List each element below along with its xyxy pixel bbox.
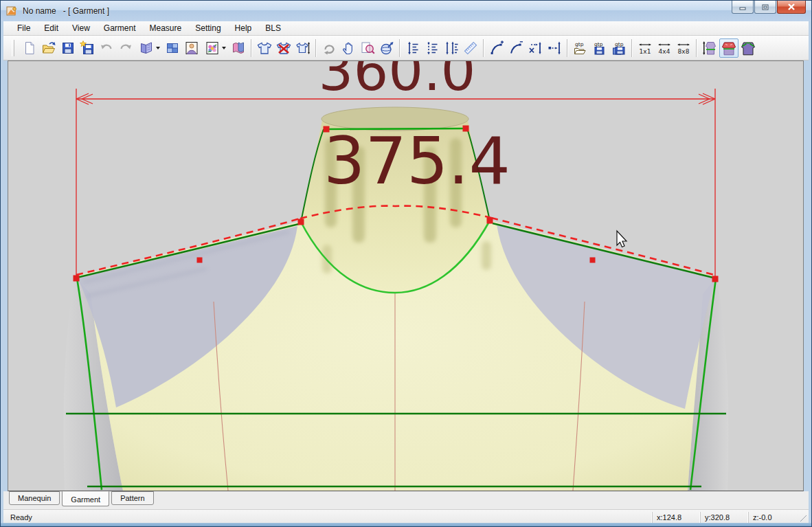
tab-pattern[interactable]: Pattern	[111, 491, 153, 505]
point-move-x-button[interactable]	[526, 38, 545, 58]
window-layout-button[interactable]	[163, 38, 182, 58]
mannequin-height-icon	[702, 41, 717, 56]
curve-add-point-icon	[489, 41, 504, 56]
rotate-icon	[322, 41, 337, 56]
svg-text:8x8: 8x8	[678, 47, 690, 54]
dimension-double-button[interactable]	[442, 38, 461, 58]
mannequin-garment-red-button[interactable]	[719, 38, 738, 58]
status-y-coordinate: y:320.8	[700, 512, 748, 523]
dropdown-arrow-icon[interactable]	[156, 47, 160, 49]
app-icon	[6, 5, 19, 16]
measurement-value-neck: 375.4	[324, 123, 510, 199]
grid-1x1-button[interactable]: 1x1	[635, 38, 655, 58]
menu-bls[interactable]: BLS	[258, 22, 288, 34]
menu-edit[interactable]: Edit	[37, 22, 65, 34]
menu-garment[interactable]: Garment	[97, 22, 143, 34]
measurement-value-top-width: 360.0	[318, 61, 475, 103]
view-3d-button[interactable]	[377, 38, 396, 58]
minimize-button[interactable]	[732, 1, 754, 14]
fabric-book-button[interactable]	[135, 38, 163, 58]
toolbar-separator	[251, 39, 252, 57]
dropdown-arrow-icon[interactable]	[222, 47, 226, 49]
undo-button[interactable]	[97, 38, 116, 58]
dimension-double-icon	[444, 41, 459, 56]
rotate-view-button[interactable]	[319, 38, 339, 58]
close-button[interactable]	[777, 1, 806, 14]
gtp-open-button[interactable]: gtp	[571, 38, 590, 58]
dimension-vertical-icon	[405, 41, 420, 56]
ruler-button[interactable]	[461, 38, 480, 58]
toolbar-grip[interactable]	[12, 40, 14, 56]
texture-flower-button[interactable]	[201, 38, 229, 58]
toolbar-separator	[567, 39, 568, 57]
zoom-page-button[interactable]	[358, 38, 377, 58]
hand-pan-icon	[341, 41, 356, 56]
status-message: Ready	[3, 513, 652, 522]
point-align-icon	[547, 41, 562, 56]
dimension-vertical-button[interactable]	[403, 38, 422, 58]
application-window: No name - [ Garment ] File Edi	[0, 0, 812, 527]
toolbar-separator	[483, 39, 484, 57]
restore-button[interactable]	[754, 1, 776, 14]
fabric-flag-button[interactable]	[229, 38, 248, 58]
tshirt-delete-icon	[276, 41, 291, 56]
zoom-page-icon	[360, 41, 375, 56]
tshirt-measure-icon	[295, 41, 311, 56]
mannequin-image-button[interactable]	[182, 38, 201, 58]
viewport-3d-canvas[interactable]: 360.0 375.4	[8, 60, 804, 491]
mannequin-garment-green-button[interactable]	[738, 38, 758, 58]
svg-text:gtp: gtp	[575, 41, 584, 47]
grid-4x4-button[interactable]: 4x4	[655, 38, 674, 58]
grid-4x4-icon: 4x4	[657, 41, 672, 56]
ruler-icon	[463, 41, 478, 56]
garment-scene[interactable]: 360.0 375.4	[8, 61, 803, 491]
curve-remove-point-button[interactable]	[506, 38, 526, 58]
save-project-button[interactable]	[78, 38, 97, 58]
toolbar-separator	[399, 39, 401, 57]
garment-delete-button[interactable]	[274, 38, 293, 58]
grid-8x8-icon: 8x8	[676, 41, 691, 56]
redo-button[interactable]	[116, 38, 135, 58]
tab-garment[interactable]: Garment	[62, 491, 109, 506]
sphere-3d-icon	[379, 41, 394, 56]
curve-add-point-button[interactable]	[487, 38, 506, 58]
toolbar: gtp gtp gtp	[3, 36, 809, 60]
tshirt-icon	[257, 41, 272, 56]
pan-view-button[interactable]	[339, 38, 358, 58]
gtp-save-button[interactable]: gtp	[590, 38, 609, 58]
mannequin-image-icon	[184, 41, 199, 56]
garment-resize-button[interactable]	[293, 38, 313, 58]
status-bar: Ready x:124.8 y:320.8 z:-0.0	[3, 509, 809, 524]
resize-grip[interactable]	[796, 511, 809, 524]
save-button[interactable]	[58, 38, 78, 58]
menu-help[interactable]: Help	[228, 22, 259, 34]
mannequin-height-button[interactable]	[700, 38, 719, 58]
status-x-coordinate: x:124.8	[652, 512, 700, 523]
tab-manequin[interactable]: Manequin	[9, 491, 60, 505]
menu-view[interactable]: View	[65, 22, 97, 34]
menu-setting[interactable]: Setting	[188, 22, 227, 34]
toolbar-separator	[696, 39, 697, 57]
title-bar[interactable]: No name - [ Garment ]	[1, 1, 811, 21]
toolbar-separator	[315, 39, 317, 57]
restore-icon	[761, 3, 769, 11]
gtp-save-icon: gtp	[592, 41, 607, 56]
gtp-save-as-button[interactable]: gtp	[609, 38, 629, 58]
garment-new-button[interactable]	[255, 38, 274, 58]
dimension-dotted-button[interactable]	[422, 38, 442, 58]
save-project-icon	[80, 41, 95, 56]
open-folder-icon	[41, 41, 56, 56]
texture-flower-icon	[205, 41, 220, 56]
menu-file[interactable]: File	[10, 22, 37, 34]
open-button[interactable]	[39, 38, 58, 58]
window-title: No name - [ Garment ]	[23, 6, 109, 16]
point-align-button[interactable]	[545, 38, 564, 58]
grid-1x1-icon: 1x1	[638, 41, 653, 56]
mannequin-garment-green-icon	[741, 41, 756, 56]
new-button[interactable]	[20, 38, 39, 58]
menu-measure[interactable]: Measure	[143, 22, 189, 34]
grid-8x8-button[interactable]: 8x8	[674, 38, 693, 58]
toolbar-separator	[631, 39, 633, 57]
point-move-x-icon	[528, 41, 543, 56]
gtp-open-icon: gtp	[573, 41, 588, 56]
